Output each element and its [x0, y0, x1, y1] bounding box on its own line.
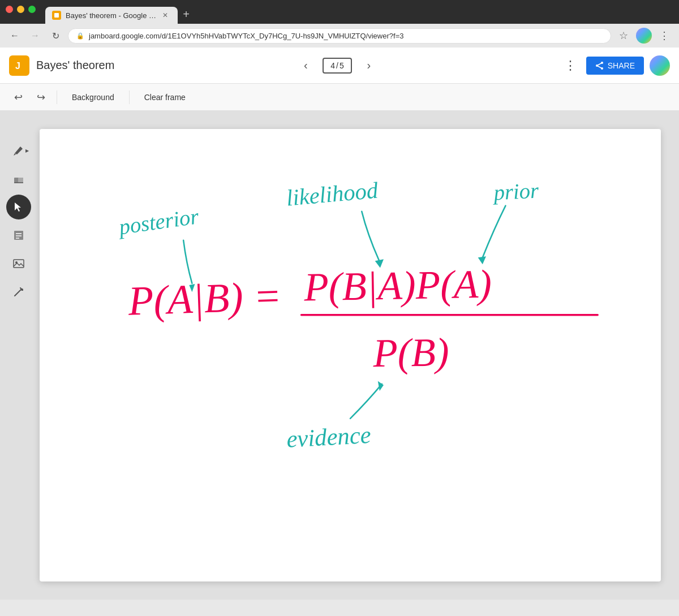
- browser-menu-button[interactable]: ⋮: [656, 28, 672, 44]
- url-text: jamboard.google.com/d/1E1OVYh5hHVabTWYTc…: [89, 32, 603, 40]
- app-header: J Bayes' theorem ‹ 4 / 5 › ⋮ SHARE: [0, 48, 679, 84]
- back-button[interactable]: ←: [7, 28, 23, 44]
- background-button[interactable]: Background: [64, 89, 122, 105]
- svg-rect-8: [18, 178, 23, 183]
- close-traffic-light[interactable]: [6, 6, 13, 13]
- app-title: Bayes' theorem: [36, 59, 114, 72]
- bookmark-button[interactable]: ☆: [616, 28, 631, 44]
- svg-text:J: J: [15, 61, 20, 71]
- share-label: SHARE: [608, 61, 635, 70]
- share-icon: [595, 61, 604, 70]
- prev-frame-button[interactable]: ‹: [295, 55, 316, 76]
- clear-frame-label: Clear frame: [144, 93, 186, 102]
- minimize-traffic-light[interactable]: [17, 6, 24, 13]
- frame-total: 5: [340, 61, 344, 70]
- svg-line-6: [597, 66, 602, 68]
- svg-rect-14: [14, 260, 24, 268]
- svg-text:evidence: evidence: [286, 421, 372, 453]
- tab-title: Bayes' theorem - Google Jambo: [66, 11, 156, 20]
- background-label: Background: [72, 93, 114, 102]
- toolbar-divider: [57, 91, 57, 104]
- maximize-traffic-light[interactable]: [28, 6, 36, 13]
- svg-text:P(B|A)P(A): P(B|A)P(A): [303, 262, 492, 310]
- clear-frame-button[interactable]: Clear frame: [136, 89, 194, 105]
- more-options-button[interactable]: ⋮: [560, 55, 581, 76]
- whiteboard[interactable]: posterior likelihood prior P(A|B) = P(B|…: [40, 129, 661, 581]
- tab-favicon: [52, 11, 61, 20]
- svg-point-16: [21, 288, 23, 291]
- whiteboard-container: posterior likelihood prior P(A|B) = P(B|…: [40, 129, 661, 581]
- reload-button[interactable]: ↻: [48, 28, 63, 44]
- svg-line-5: [597, 63, 602, 66]
- svg-text:posterior: posterior: [116, 204, 201, 239]
- profile-avatar[interactable]: [636, 28, 652, 44]
- address-bar[interactable]: 🔒 jamboard.google.com/d/1E1OVYh5hHVabTWY…: [68, 28, 611, 44]
- image-tool-button[interactable]: [6, 251, 31, 276]
- jamboard-logo: J: [9, 55, 29, 76]
- laser-tool-button[interactable]: [6, 279, 31, 304]
- toolbar: ↩ ↪ Background Clear frame: [0, 84, 679, 111]
- pen-arrow-icon: ▶: [25, 148, 29, 153]
- frame-separator: /: [336, 61, 338, 70]
- next-frame-button[interactable]: ›: [359, 55, 379, 76]
- svg-marker-27: [378, 381, 384, 391]
- toolbar-divider-2: [129, 91, 130, 104]
- main-area: ▶: [0, 111, 679, 600]
- svg-text:P(B): P(B): [372, 330, 450, 376]
- svg-text:P(A|B) =: P(A|B) =: [127, 273, 282, 324]
- redo-button[interactable]: ↪: [32, 88, 50, 106]
- svg-text:prior: prior: [491, 178, 539, 204]
- user-avatar[interactable]: [650, 55, 670, 76]
- share-button[interactable]: SHARE: [586, 57, 644, 75]
- frame-current: 4: [330, 61, 335, 70]
- sticky-note-tool-button[interactable]: [6, 223, 31, 248]
- lock-icon: 🔒: [76, 32, 84, 40]
- side-toolbar: ▶: [0, 129, 37, 581]
- select-tool-button[interactable]: [6, 195, 31, 219]
- active-tab[interactable]: Bayes' theorem - Google Jambo ✕: [45, 7, 178, 24]
- frame-counter: 4 / 5: [323, 58, 351, 74]
- pen-tool-button[interactable]: ▶: [6, 138, 31, 163]
- forward-button[interactable]: →: [27, 28, 43, 44]
- undo-button[interactable]: ↩: [9, 88, 27, 106]
- svg-text:likelihood: likelihood: [285, 178, 380, 211]
- new-tab-button[interactable]: +: [178, 6, 195, 23]
- eraser-tool-button[interactable]: [6, 166, 31, 191]
- tab-close-button[interactable]: ✕: [161, 11, 170, 20]
